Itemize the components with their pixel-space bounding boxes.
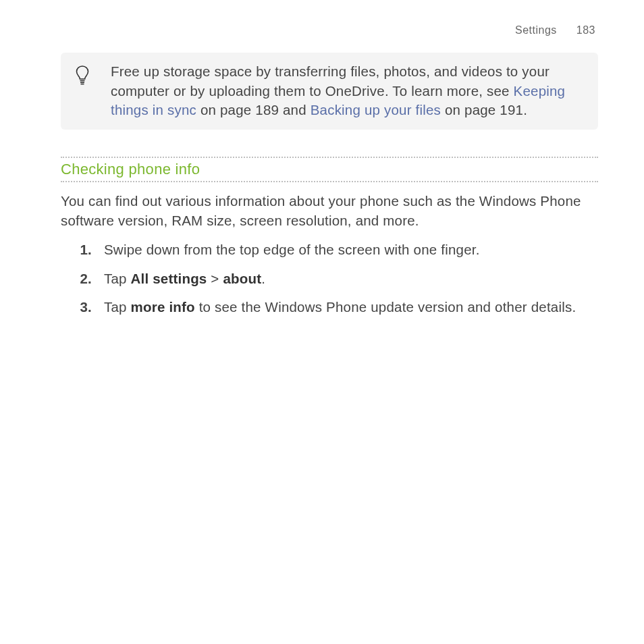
step-text: Tap more info to see the Windows Phone u… bbox=[104, 298, 598, 317]
tip-text-part3: on page 191. bbox=[441, 102, 527, 117]
step-1: 1. Swipe down from the top edge of the s… bbox=[61, 240, 598, 260]
lightbulb-icon bbox=[74, 65, 101, 90]
step-text: Swipe down from the top edge of the scre… bbox=[104, 240, 598, 260]
t: > bbox=[207, 271, 223, 286]
section-heading-wrap: Checking phone info bbox=[61, 157, 598, 182]
tip-text-part2: on page 189 and bbox=[196, 102, 311, 117]
intro-paragraph: You can find out various information abo… bbox=[61, 192, 598, 230]
step-2: 2. Tap All settings > about. bbox=[61, 269, 598, 289]
link-backing-up-your-files[interactable]: Backing up your files bbox=[311, 102, 441, 117]
step-text: Tap All settings > about. bbox=[104, 269, 598, 289]
steps-list: 1. Swipe down from the top edge of the s… bbox=[61, 240, 598, 327]
tip-text: Free up storage space by transferring fi… bbox=[111, 62, 585, 120]
t: Tap bbox=[104, 271, 131, 286]
bold-more-info: more info bbox=[131, 299, 195, 315]
header-section: Settings bbox=[515, 24, 557, 36]
section-heading: Checking phone info bbox=[61, 158, 598, 181]
divider-bottom bbox=[61, 181, 598, 182]
page-header: Settings 183 bbox=[515, 24, 595, 36]
t: . bbox=[261, 271, 265, 286]
step-3: 3. Tap more info to see the Windows Phon… bbox=[61, 298, 598, 317]
step-number: 2. bbox=[61, 269, 104, 289]
tip-text-part1: Free up storage space by transferring fi… bbox=[111, 63, 549, 99]
t: Tap bbox=[104, 299, 131, 315]
tip-callout: Free up storage space by transferring fi… bbox=[61, 53, 598, 130]
header-page-number: 183 bbox=[576, 24, 595, 36]
step-number: 1. bbox=[61, 240, 104, 260]
bold-about: about bbox=[223, 271, 261, 286]
step-number: 3. bbox=[61, 298, 104, 317]
bold-all-settings: All settings bbox=[131, 271, 207, 286]
t: to see the Windows Phone update version … bbox=[195, 299, 576, 315]
